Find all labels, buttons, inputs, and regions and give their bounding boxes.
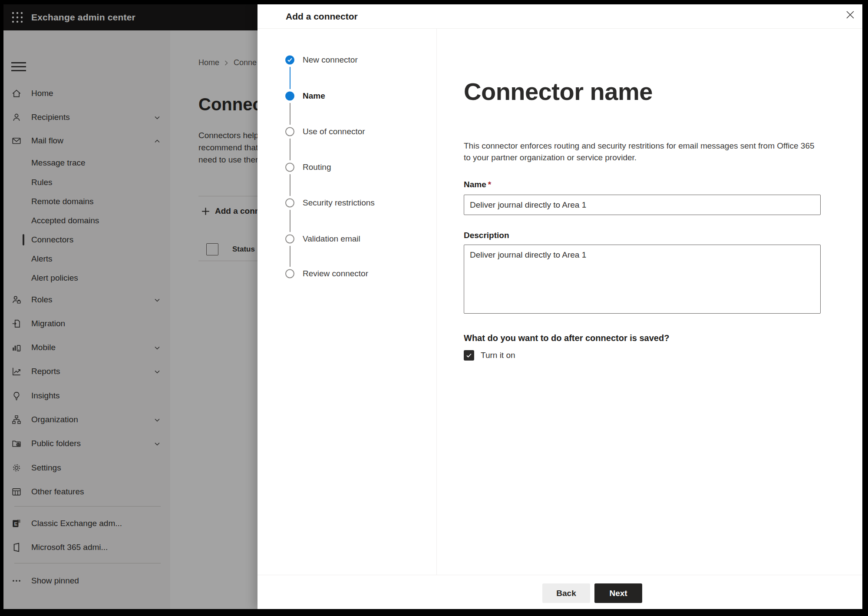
- wizard-step-name[interactable]: Name: [281, 87, 431, 105]
- checkbox-checked-icon[interactable]: [464, 350, 474, 361]
- wizard-step-new-connector[interactable]: New connector: [281, 51, 431, 69]
- required-asterisk: *: [488, 180, 491, 189]
- wizard-step-review-connector[interactable]: Review connector: [281, 265, 431, 283]
- step-connector-line: [290, 103, 290, 125]
- step-todo-circle: [285, 269, 294, 278]
- next-button[interactable]: Next: [594, 583, 642, 603]
- step-label: Security restrictions: [303, 198, 375, 208]
- wizard-step-security-restrictions[interactable]: Security restrictions: [281, 194, 431, 212]
- step-label: Validation email: [303, 234, 360, 244]
- screen: Exchange admin center HomeRecipientsMail…: [0, 0, 868, 616]
- step-label: New connector: [303, 55, 358, 65]
- after-save-question: What do you want to do after connector i…: [464, 333, 669, 343]
- connector-description-textarea[interactable]: Deliver journal directly to Area 1: [464, 245, 821, 314]
- step-connector-line: [290, 174, 290, 196]
- dialog-title: Add a connector: [286, 4, 358, 28]
- dialog-header: Add a connector: [257, 4, 862, 29]
- close-icon[interactable]: [845, 9, 856, 20]
- step-todo-circle: [285, 199, 294, 208]
- footer-divider: [257, 575, 862, 575]
- turn-it-on-label: Turn it on: [481, 351, 515, 360]
- back-button[interactable]: Back: [542, 583, 590, 603]
- add-connector-dialog: Add a connector New connectorNameUse of …: [257, 4, 862, 609]
- step-connector-line: [290, 246, 290, 267]
- name-field-label: Name*: [464, 180, 491, 189]
- description-field-label: Description: [464, 231, 509, 240]
- step-todo-circle: [285, 127, 294, 136]
- step-heading: Connector name: [464, 77, 653, 106]
- step-description: This connector enforces routing and secu…: [464, 140, 828, 163]
- step-connector-line: [290, 139, 290, 160]
- step-todo-circle: [285, 235, 294, 244]
- wizard-step-use-of-connector[interactable]: Use of connector: [281, 123, 431, 141]
- step-connector-line: [290, 210, 290, 232]
- step-label: Name: [303, 91, 325, 101]
- step-label: Use of connector: [303, 127, 365, 136]
- step-connector-line: [290, 67, 290, 89]
- connector-name-input[interactable]: [464, 195, 821, 215]
- step-label: Review connector: [303, 269, 368, 278]
- step-completed-circle: [285, 56, 294, 65]
- turn-it-on-checkbox-row[interactable]: Turn it on: [464, 348, 515, 363]
- wizard-stepper: New connectorNameUse of connectorRouting…: [257, 28, 437, 575]
- step-label: Routing: [303, 162, 331, 172]
- step-active-circle: [285, 92, 294, 101]
- step-todo-circle: [285, 163, 294, 172]
- wizard-step-routing[interactable]: Routing: [281, 158, 431, 176]
- wizard-step-validation-email[interactable]: Validation email: [281, 230, 431, 248]
